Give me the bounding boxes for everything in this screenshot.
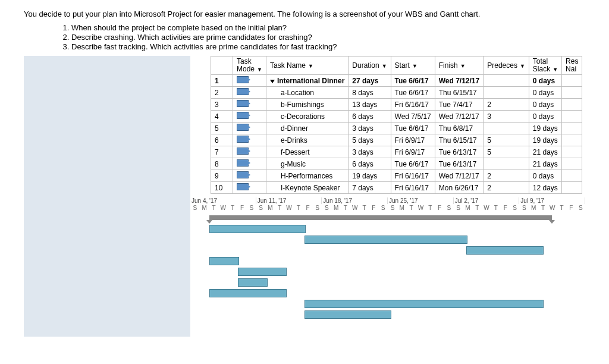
slack-cell[interactable]: 21 days [529, 146, 561, 158]
chevron-down-icon[interactable]: ▼ [257, 67, 262, 73]
chevron-down-icon[interactable]: ▼ [382, 63, 387, 69]
start-cell[interactable]: Fri 6/9/17 [391, 146, 435, 158]
duration-cell[interactable]: 8 days [349, 87, 391, 99]
duration-cell[interactable]: 7 days [349, 182, 391, 194]
finish-cell[interactable]: Tue 6/13/17 [435, 158, 483, 170]
col-duration[interactable]: Duration▼ [349, 57, 391, 75]
resource-cell[interactable] [562, 87, 582, 99]
table-row[interactable]: 9H-Performances19 daysFri 6/16/17Wed 7/1… [211, 170, 582, 182]
collapse-icon[interactable] [270, 80, 275, 83]
chevron-down-icon[interactable]: ▼ [520, 63, 525, 69]
summary-bar[interactable] [209, 215, 552, 220]
table-row[interactable]: 10I-Keynote Speaker7 daysFri 6/16/17Mon … [211, 182, 582, 194]
predecessors-cell[interactable]: 2 [484, 170, 529, 182]
table-row[interactable]: 1International Dinner27 daysTue 6/6/17We… [211, 75, 582, 87]
row-number[interactable]: 10 [211, 182, 233, 194]
row-number[interactable]: 4 [211, 111, 233, 123]
resource-cell[interactable] [562, 99, 582, 111]
task-bar[interactable] [209, 225, 306, 233]
row-number[interactable]: 3 [211, 99, 233, 111]
finish-cell[interactable]: Mon 6/26/17 [435, 182, 483, 194]
start-cell[interactable]: Tue 6/6/17 [391, 158, 435, 170]
start-cell[interactable]: Wed 7/5/17 [391, 111, 435, 123]
task-bar[interactable] [466, 246, 544, 255]
task-mode-cell[interactable] [233, 182, 266, 194]
row-number[interactable]: 9 [211, 170, 233, 182]
task-bar[interactable] [209, 289, 287, 297]
predecessors-cell[interactable]: 5 [484, 146, 529, 158]
resource-cell[interactable] [562, 75, 582, 87]
task-name-cell[interactable]: b-Furnishings [266, 99, 348, 111]
slack-cell[interactable]: 0 days [529, 75, 561, 87]
task-bar[interactable] [209, 257, 239, 265]
task-bar[interactable] [304, 236, 467, 244]
predecessors-cell[interactable]: 2 [484, 182, 529, 194]
row-number[interactable]: 5 [211, 123, 233, 134]
duration-cell[interactable]: 3 days [349, 146, 391, 158]
task-name-cell[interactable]: International Dinner [266, 75, 348, 87]
col-total-slack[interactable]: Total Slack ▼ [529, 57, 561, 75]
predecessors-cell[interactable] [484, 75, 529, 87]
col-rownum[interactable] [211, 57, 233, 75]
slack-cell[interactable]: 0 days [529, 170, 561, 182]
task-bar[interactable] [304, 310, 391, 319]
resource-cell[interactable] [562, 134, 582, 146]
predecessors-cell[interactable]: 3 [484, 111, 529, 123]
chevron-down-icon[interactable]: ▼ [460, 63, 466, 69]
task-name-cell[interactable]: d-Dinner [266, 123, 348, 134]
task-mode-cell[interactable] [233, 111, 266, 123]
slack-cell[interactable]: 19 days [529, 123, 561, 134]
start-cell[interactable]: Fri 6/9/17 [391, 134, 435, 146]
finish-cell[interactable]: Thu 6/8/17 [435, 123, 483, 134]
task-name-cell[interactable]: H-Performances [266, 170, 348, 182]
row-number[interactable]: 2 [211, 87, 233, 99]
resource-cell[interactable] [562, 111, 582, 123]
col-finish[interactable]: Finish▼ [435, 57, 483, 75]
task-name-cell[interactable]: e-Drinks [266, 134, 348, 146]
predecessors-cell[interactable] [484, 158, 529, 170]
task-mode-cell[interactable] [233, 134, 266, 146]
table-row[interactable]: 4c-Decorations6 daysWed 7/5/17Wed 7/12/1… [211, 111, 582, 123]
finish-cell[interactable]: Wed 7/12/17 [435, 111, 483, 123]
task-mode-cell[interactable] [233, 123, 266, 134]
finish-cell[interactable]: Thu 6/15/17 [435, 87, 483, 99]
resource-cell[interactable] [562, 170, 582, 182]
row-number[interactable]: 6 [211, 134, 233, 146]
task-name-cell[interactable]: g-Music [266, 158, 348, 170]
col-task-name[interactable]: Task Name▼ [266, 57, 348, 75]
resource-cell[interactable] [562, 146, 582, 158]
finish-cell[interactable]: Tue 6/13/17 [435, 146, 483, 158]
task-mode-cell[interactable] [233, 75, 266, 87]
duration-cell[interactable]: 6 days [349, 158, 391, 170]
table-row[interactable]: 3b-Furnishings13 daysFri 6/16/17Tue 7/4/… [211, 99, 582, 111]
task-name-cell[interactable]: c-Decorations [266, 111, 348, 123]
task-name-cell[interactable]: f-Dessert [266, 146, 348, 158]
table-row[interactable]: 5d-Dinner3 daysTue 6/6/17Thu 6/8/1719 da… [211, 123, 582, 134]
duration-cell[interactable]: 6 days [349, 111, 391, 123]
predecessors-cell[interactable] [484, 87, 529, 99]
col-task-mode[interactable]: Task Mode ▼ [233, 57, 266, 75]
task-bar[interactable] [238, 268, 287, 276]
slack-cell[interactable]: 0 days [529, 99, 561, 111]
predecessors-cell[interactable]: 2 [484, 99, 529, 111]
col-start[interactable]: Start▼ [391, 57, 435, 75]
col-predecessors[interactable]: Predeces▼ [484, 57, 529, 75]
duration-cell[interactable]: 13 days [349, 99, 391, 111]
task-mode-cell[interactable] [233, 87, 266, 99]
slack-cell[interactable]: 0 days [529, 111, 561, 123]
finish-cell[interactable]: Tue 7/4/17 [435, 99, 483, 111]
task-mode-cell[interactable] [233, 146, 266, 158]
start-cell[interactable]: Fri 6/16/17 [391, 99, 435, 111]
chevron-down-icon[interactable]: ▼ [553, 67, 558, 73]
table-row[interactable]: 2a-Location8 daysTue 6/6/17Thu 6/15/170 … [211, 87, 582, 99]
task-mode-cell[interactable] [233, 158, 266, 170]
resource-cell[interactable] [562, 158, 582, 170]
slack-cell[interactable]: 21 days [529, 158, 561, 170]
table-row[interactable]: 8g-Music6 daysTue 6/6/17Tue 6/13/1721 da… [211, 158, 582, 170]
predecessors-cell[interactable] [484, 123, 529, 134]
row-number[interactable]: 8 [211, 158, 233, 170]
finish-cell[interactable]: Wed 7/12/17 [435, 170, 483, 182]
start-cell[interactable]: Tue 6/6/17 [391, 87, 435, 99]
table-row[interactable]: 7f-Dessert3 daysFri 6/9/17Tue 6/13/17521… [211, 146, 582, 158]
slack-cell[interactable]: 12 days [529, 182, 561, 194]
